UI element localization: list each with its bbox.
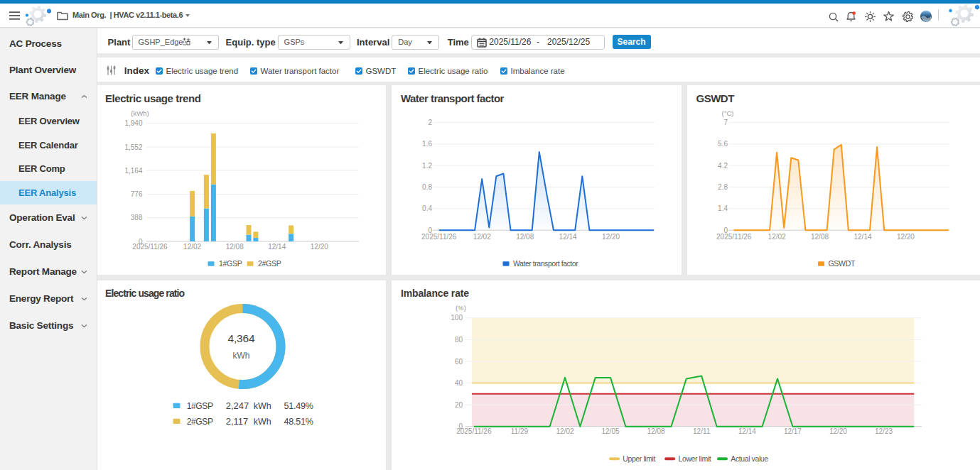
svg-text:(%): (%)	[456, 304, 466, 312]
svg-text:0.4: 0.4	[422, 204, 432, 212]
svg-text:0.8: 0.8	[422, 183, 432, 191]
svg-text:Upper limit: Upper limit	[623, 454, 655, 463]
svg-text:100: 100	[451, 314, 463, 322]
svg-text:60: 60	[455, 358, 463, 366]
svg-text:2025/11/26: 2025/11/26	[132, 243, 168, 251]
svg-text:1,164: 1,164	[124, 167, 142, 175]
svg-text:12/17: 12/17	[784, 427, 802, 435]
svg-text:12/08: 12/08	[647, 427, 665, 435]
svg-text:12/14: 12/14	[559, 233, 577, 241]
svg-text:1.6: 1.6	[422, 140, 432, 148]
svg-text:2,117: 2,117	[226, 416, 249, 427]
svg-text:12/08: 12/08	[516, 233, 534, 241]
svg-text:12/14: 12/14	[268, 243, 286, 251]
svg-text:2025/11/26: 2025/11/26	[421, 233, 457, 241]
svg-text:776: 776	[131, 190, 143, 198]
svg-text:7: 7	[723, 119, 728, 126]
svg-text:20: 20	[455, 401, 463, 409]
svg-text:388: 388	[131, 214, 143, 222]
svg-text:12/05: 12/05	[601, 427, 619, 435]
svg-text:12/20: 12/20	[829, 427, 847, 435]
svg-text:1#GSP: 1#GSP	[219, 259, 242, 268]
svg-text:(kWh): (kWh)	[131, 109, 149, 117]
svg-text:12/02: 12/02	[473, 233, 491, 241]
svg-text:12/14: 12/14	[854, 233, 871, 241]
svg-text:4,364: 4,364	[228, 332, 255, 344]
svg-text:12/02: 12/02	[768, 233, 786, 241]
svg-text:2,247: 2,247	[226, 400, 249, 411]
svg-text:4.2: 4.2	[718, 162, 728, 170]
svg-text:12/08: 12/08	[226, 243, 244, 251]
svg-text:1,552: 1,552	[124, 143, 142, 151]
svg-text:2025/11/26: 2025/11/26	[716, 233, 752, 241]
svg-text:40: 40	[455, 379, 463, 387]
svg-text:12/20: 12/20	[897, 233, 915, 241]
svg-text:1,940: 1,940	[124, 119, 142, 127]
svg-text:12/14: 12/14	[738, 427, 756, 435]
svg-text:2#GSP: 2#GSP	[258, 259, 281, 268]
svg-text:12/23: 12/23	[875, 427, 893, 435]
svg-text:12/08: 12/08	[811, 233, 829, 241]
svg-text:5.6: 5.6	[718, 140, 728, 148]
svg-text:80: 80	[455, 336, 463, 344]
svg-text:Water transport factor: Water transport factor	[513, 259, 578, 268]
svg-text:1#GSP: 1#GSP	[187, 401, 213, 411]
svg-text:Actual value: Actual value	[731, 454, 768, 463]
svg-text:12/02: 12/02	[556, 427, 574, 435]
svg-text:51.49%: 51.49%	[284, 401, 313, 411]
svg-text:12/20: 12/20	[602, 233, 620, 241]
svg-text:2#GSP: 2#GSP	[187, 417, 213, 427]
svg-text:2025/11/26: 2025/11/26	[456, 427, 492, 435]
svg-text:12/02: 12/02	[183, 243, 201, 251]
svg-text:1.2: 1.2	[422, 162, 432, 170]
svg-text:(°C): (°C)	[722, 109, 734, 117]
svg-text:kWh: kWh	[233, 351, 250, 361]
svg-text:11/29: 11/29	[511, 427, 529, 435]
svg-text:kWh: kWh	[254, 417, 271, 427]
svg-text:2: 2	[428, 119, 432, 126]
svg-text:12/11: 12/11	[693, 427, 711, 435]
svg-text:GSWDT: GSWDT	[829, 259, 856, 268]
svg-text:48.51%: 48.51%	[284, 417, 313, 427]
svg-text:Lower limit: Lower limit	[679, 454, 711, 463]
svg-text:12/20: 12/20	[311, 243, 328, 251]
svg-text:2.8: 2.8	[718, 183, 728, 191]
svg-text:1.4: 1.4	[718, 204, 728, 212]
svg-text:kWh: kWh	[254, 401, 271, 411]
